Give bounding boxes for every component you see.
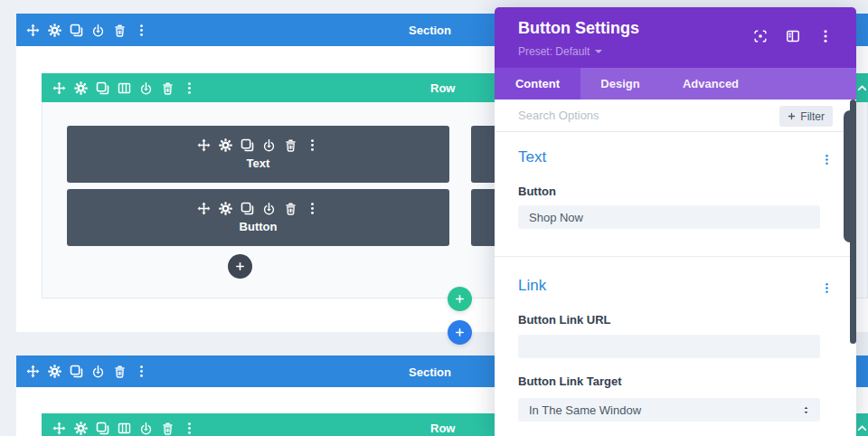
button-text-label: Button bbox=[518, 185, 556, 198]
trash-icon[interactable] bbox=[284, 202, 297, 215]
group-title-text: Text bbox=[518, 148, 546, 166]
modal-scrollbar-thumb[interactable] bbox=[844, 110, 856, 242]
trash-icon[interactable] bbox=[161, 81, 175, 95]
caret-down-icon bbox=[595, 50, 602, 53]
modal-header[interactable]: Button Settings Preset: Default bbox=[495, 7, 856, 68]
modal-header-icons bbox=[753, 29, 833, 43]
search-options-bar: Filter bbox=[495, 100, 856, 132]
save-to-library-icon[interactable] bbox=[91, 24, 105, 37]
options-icon[interactable] bbox=[183, 422, 196, 435]
options-icon[interactable] bbox=[183, 81, 196, 95]
plus-icon bbox=[455, 294, 465, 304]
modal-tabs: Content Design Advanced bbox=[495, 68, 856, 100]
move-icon[interactable] bbox=[197, 202, 211, 215]
duplicate-icon[interactable] bbox=[96, 422, 109, 435]
save-to-library-icon[interactable] bbox=[139, 81, 153, 95]
row-2-label: Row bbox=[430, 422, 455, 435]
filter-button[interactable]: Filter bbox=[779, 106, 833, 127]
row-toolbar-2-icons bbox=[52, 422, 196, 435]
move-icon[interactable] bbox=[52, 422, 66, 435]
trash-icon[interactable] bbox=[113, 24, 127, 37]
module-button-label: Button bbox=[240, 220, 278, 233]
group-title-link: Link bbox=[518, 277, 546, 295]
settings-icon[interactable] bbox=[219, 202, 232, 215]
plus-icon bbox=[788, 112, 796, 120]
plus-icon bbox=[455, 327, 465, 337]
columns-icon[interactable] bbox=[118, 81, 131, 95]
move-icon[interactable] bbox=[26, 365, 40, 378]
add-row-button[interactable] bbox=[448, 287, 472, 311]
add-module-button[interactable] bbox=[228, 254, 252, 279]
module-button-icons bbox=[197, 202, 319, 215]
zoom-icon[interactable] bbox=[753, 29, 768, 43]
save-to-library-icon[interactable] bbox=[262, 138, 276, 152]
preset-label: Preset: Default bbox=[518, 45, 590, 58]
duplicate-icon[interactable] bbox=[241, 202, 254, 215]
options-icon[interactable] bbox=[306, 138, 319, 152]
button-settings-modal: Button Settings Preset: Default Content … bbox=[495, 7, 856, 436]
module-text-icons bbox=[197, 138, 319, 152]
duplicate-icon[interactable] bbox=[70, 24, 83, 37]
move-icon[interactable] bbox=[26, 24, 40, 37]
settings-icon[interactable] bbox=[74, 422, 88, 435]
save-to-library-icon[interactable] bbox=[262, 202, 276, 215]
tab-design[interactable]: Design bbox=[580, 68, 660, 100]
move-icon[interactable] bbox=[197, 138, 211, 152]
section-toolbar-icons bbox=[26, 24, 148, 37]
duplicate-icon[interactable] bbox=[96, 81, 109, 95]
group-options-icon[interactable] bbox=[821, 154, 833, 166]
settings-icon[interactable] bbox=[48, 24, 61, 37]
search-options-input[interactable] bbox=[518, 100, 735, 131]
settings-icon[interactable] bbox=[74, 81, 88, 95]
options-icon[interactable] bbox=[135, 24, 148, 37]
add-section-button[interactable] bbox=[448, 320, 472, 345]
updown-icon bbox=[801, 404, 811, 416]
button-text-input[interactable] bbox=[518, 205, 820, 229]
settings-icon[interactable] bbox=[219, 138, 232, 152]
button-link-url-input[interactable] bbox=[518, 335, 820, 358]
filter-button-label: Filter bbox=[800, 110, 825, 123]
duplicate-icon[interactable] bbox=[241, 138, 254, 152]
plus-icon bbox=[235, 261, 245, 271]
chevron-up-icon[interactable] bbox=[856, 422, 868, 434]
options-icon[interactable] bbox=[135, 365, 148, 378]
settings-icon[interactable] bbox=[48, 365, 61, 378]
chevron-up-icon[interactable] bbox=[856, 82, 868, 94]
modal-title: Button Settings bbox=[518, 19, 639, 38]
trash-icon[interactable] bbox=[284, 138, 297, 152]
section-2-label: Section bbox=[409, 365, 451, 378]
group-options-icon[interactable] bbox=[821, 282, 833, 294]
tab-advanced[interactable]: Advanced bbox=[660, 68, 761, 100]
module-button[interactable]: Button bbox=[67, 189, 449, 246]
button-link-target-select[interactable]: In The Same Window bbox=[518, 398, 820, 422]
panel-layout-icon[interactable] bbox=[786, 29, 800, 43]
module-text-label: Text bbox=[247, 156, 270, 170]
move-icon[interactable] bbox=[52, 81, 66, 95]
columns-icon[interactable] bbox=[118, 422, 131, 435]
options-icon[interactable] bbox=[306, 202, 319, 215]
preset-dropdown[interactable]: Preset: Default bbox=[518, 45, 602, 58]
save-to-library-icon[interactable] bbox=[91, 365, 105, 378]
trash-icon[interactable] bbox=[161, 422, 175, 435]
group-divider bbox=[495, 256, 856, 257]
row-label: Row bbox=[430, 81, 455, 95]
button-link-target-label: Button Link Target bbox=[518, 374, 622, 388]
module-text[interactable]: Text bbox=[67, 126, 449, 183]
save-to-library-icon[interactable] bbox=[139, 422, 153, 435]
button-link-target-value: In The Same Window bbox=[529, 403, 641, 417]
trash-icon[interactable] bbox=[113, 365, 127, 378]
section-toolbar-2-icons bbox=[26, 365, 148, 378]
section-label: Section bbox=[409, 24, 451, 37]
divi-builder-canvas: Section Row Text Button Section Row bbox=[0, 0, 868, 436]
button-link-url-label: Button Link URL bbox=[518, 313, 611, 327]
tab-content[interactable]: Content bbox=[495, 68, 580, 100]
duplicate-icon[interactable] bbox=[70, 365, 83, 378]
options-icon[interactable] bbox=[818, 29, 833, 43]
row-toolbar-icons bbox=[52, 81, 196, 95]
